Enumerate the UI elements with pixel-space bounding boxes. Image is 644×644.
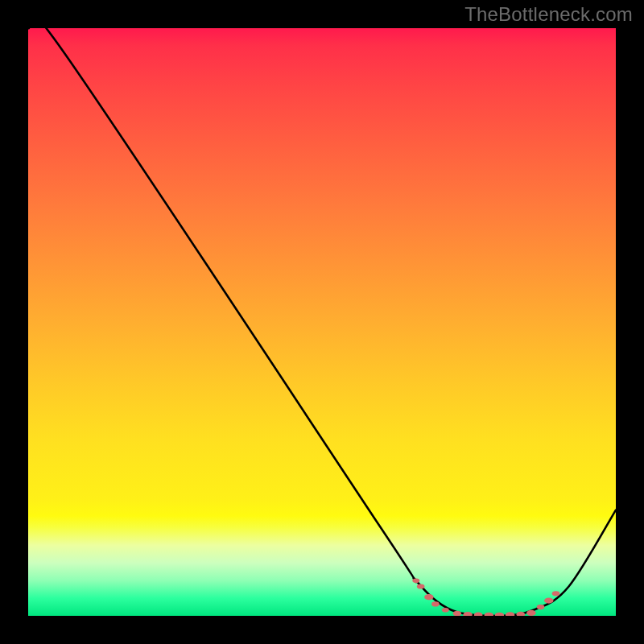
chart-container: TheBottleneck.com xyxy=(0,0,644,644)
marker-point xyxy=(544,597,553,603)
watermark-text: TheBottleneck.com xyxy=(464,3,633,26)
highlight-markers xyxy=(412,578,559,616)
marker-point xyxy=(412,578,419,583)
marker-point xyxy=(506,612,514,616)
chart-overlay xyxy=(28,28,616,616)
marker-point xyxy=(526,610,535,616)
bottleneck-curve xyxy=(28,28,616,616)
marker-point xyxy=(442,608,449,613)
marker-point xyxy=(552,591,560,596)
marker-point xyxy=(485,613,493,616)
marker-point xyxy=(495,613,504,616)
marker-point xyxy=(463,612,472,616)
marker-point xyxy=(424,594,433,600)
marker-point xyxy=(474,613,483,616)
marker-point xyxy=(431,601,440,606)
marker-point xyxy=(417,584,425,588)
marker-point xyxy=(537,605,545,609)
